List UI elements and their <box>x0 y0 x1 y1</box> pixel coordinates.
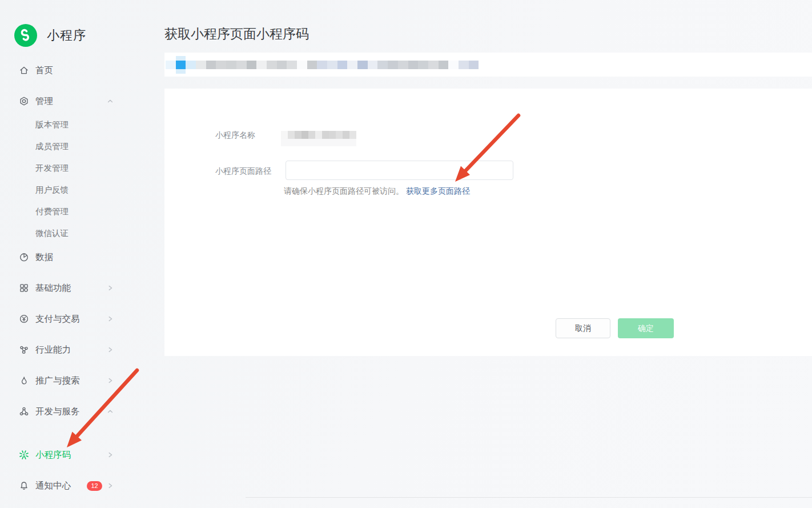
sidebar-item-dev-management[interactable]: 开发管理 <box>19 157 114 179</box>
mosaic-cell <box>236 61 247 69</box>
redacted-app-name <box>281 131 356 139</box>
molecule-icon <box>19 345 29 355</box>
sidebar-item-label: 管理 <box>35 95 107 107</box>
mosaic-cell <box>206 61 216 69</box>
sidebar-item-member-management[interactable]: 成员管理 <box>19 135 114 157</box>
mosaic-cell <box>469 61 479 69</box>
sidebar-item-data[interactable]: 数据 <box>19 247 114 267</box>
mosaic-cell <box>408 61 419 69</box>
mosaic-cell <box>329 131 336 139</box>
chevron-up-icon <box>107 408 114 415</box>
helper-text: 请确保小程序页面路径可被访问。 <box>284 186 404 195</box>
sidebar-item-paid-management[interactable]: 付费管理 <box>19 201 114 222</box>
sidebar-item-home[interactable]: 首页 <box>19 60 114 81</box>
sidebar-item-user-feedback[interactable]: 用户反馈 <box>19 179 114 201</box>
yen-icon <box>19 314 29 324</box>
sidebar-item-basic-features[interactable]: 基础功能 <box>19 278 114 298</box>
mosaic-cell <box>267 61 277 69</box>
wechat-miniprogram-console: 小程序 首页管理版本管理成员管理开发管理用户反馈付费管理微信认证数据基础功能支付… <box>0 0 812 508</box>
app-name-label: 小程序名称 <box>215 130 255 141</box>
confirm-button[interactable]: 确定 <box>618 318 674 338</box>
mosaic-cell <box>398 61 408 69</box>
mosaic-cell <box>277 61 287 69</box>
sidebar-item-label: 行业能力 <box>35 344 107 356</box>
sidebar-item-label: 开发管理 <box>35 163 114 174</box>
chevron-right-icon <box>107 377 114 384</box>
flame-icon <box>19 375 29 386</box>
grid-icon <box>19 283 29 293</box>
chevron-right-icon <box>107 346 114 353</box>
mosaic-cell <box>439 61 449 69</box>
pie-icon <box>19 252 29 262</box>
sidebar-item-label: 版本管理 <box>35 119 114 130</box>
sidebar-item-promotion-search[interactable]: 推广与搜索 <box>19 370 114 391</box>
mosaic-cell <box>418 61 428 69</box>
mosaic-cell <box>377 61 388 69</box>
page-path-label: 小程序页面路径 <box>215 166 271 177</box>
mosaic-cell <box>315 131 322 139</box>
mosaic-cell <box>166 61 176 69</box>
sidebar-item-label: 通知中心 <box>35 480 87 492</box>
sidebar-item-label: 基础功能 <box>35 282 107 294</box>
sidebar-item-dev-services[interactable]: 开发与服务 <box>19 401 114 422</box>
get-more-paths-link[interactable]: 获取更多页面路径 <box>406 186 470 195</box>
mosaic-cell <box>308 131 315 139</box>
sidebar-item-label: 推广与搜索 <box>35 375 107 387</box>
section-divider <box>246 497 812 498</box>
notification-badge: 12 <box>87 481 102 491</box>
mosaic-cell <box>388 61 398 69</box>
logo-row: 小程序 <box>14 24 164 47</box>
sidebar-item-wechat-verification[interactable]: 微信认证 <box>19 222 114 244</box>
mosaic-cell <box>288 131 295 139</box>
mosaic-cell <box>368 61 378 69</box>
sidebar-item-notification-center[interactable]: 通知中心12 <box>19 475 114 496</box>
sidebar-item-management[interactable]: 管理 <box>19 91 114 111</box>
sidebar-item-label: 开发与服务 <box>35 406 107 418</box>
nut-icon <box>19 96 29 106</box>
mosaic-cell <box>281 131 288 139</box>
sidebar-item-payment-trade[interactable]: 支付与交易 <box>19 309 114 329</box>
sidebar-item-label: 付费管理 <box>35 206 114 217</box>
redacted-notice-bar <box>164 53 812 77</box>
mosaic-cell <box>343 131 349 139</box>
mosaic-cell <box>322 131 329 139</box>
mosaic-cell <box>337 61 348 69</box>
mosaic-cell <box>302 131 308 139</box>
mosaic-cell <box>317 61 327 69</box>
page-path-input[interactable] <box>286 161 513 180</box>
sidebar-nav: 首页管理版本管理成员管理开发管理用户反馈付费管理微信认证数据基础功能支付与交易行… <box>19 60 114 496</box>
mosaic-cell <box>186 61 196 69</box>
nodes-icon <box>19 406 29 417</box>
sidebar-item-label: 成员管理 <box>35 141 114 152</box>
chevron-right-icon <box>107 285 114 291</box>
mosaic-cell <box>428 61 439 69</box>
miniprogram-logo-icon <box>14 24 37 47</box>
sidebar-item-label: 小程序码 <box>35 449 107 461</box>
mosaic-cell <box>196 61 206 69</box>
main-content: 获取小程序页面小程序码 小程序名称 小程序页面路径 请确保小程序页面路径可被访问… <box>164 0 812 508</box>
mosaic-cell <box>176 61 186 69</box>
mosaic-cell <box>297 61 307 69</box>
mosaic-cell <box>226 61 236 69</box>
chevron-right-icon <box>107 482 114 489</box>
chevron-right-icon <box>107 451 114 458</box>
redacted-app-name-row2 <box>281 139 356 146</box>
mosaic-cell <box>287 61 297 69</box>
sidebar-item-version-management[interactable]: 版本管理 <box>19 114 114 135</box>
home-icon <box>19 65 29 75</box>
mosaic-cell <box>347 61 357 69</box>
minicode-icon <box>19 450 29 460</box>
sidebar-item-label: 首页 <box>35 65 114 77</box>
mosaic-cell <box>256 61 267 69</box>
mosaic-cell <box>216 61 226 69</box>
sidebar-item-industry-ability[interactable]: 行业能力 <box>19 339 114 360</box>
mosaic-cell <box>247 61 257 69</box>
mosaic-cell <box>295 131 302 139</box>
cancel-button[interactable]: 取消 <box>556 318 610 338</box>
sidebar-item-label: 用户反馈 <box>35 185 114 195</box>
page-title: 获取小程序页面小程序码 <box>164 25 309 43</box>
mosaic-cell <box>336 131 343 139</box>
sidebar-item-mini-code[interactable]: 小程序码 <box>19 445 114 465</box>
form-card: 小程序名称 小程序页面路径 请确保小程序页面路径可被访问。获取更多页面路径 取消… <box>164 89 812 356</box>
logo-title: 小程序 <box>47 27 86 44</box>
